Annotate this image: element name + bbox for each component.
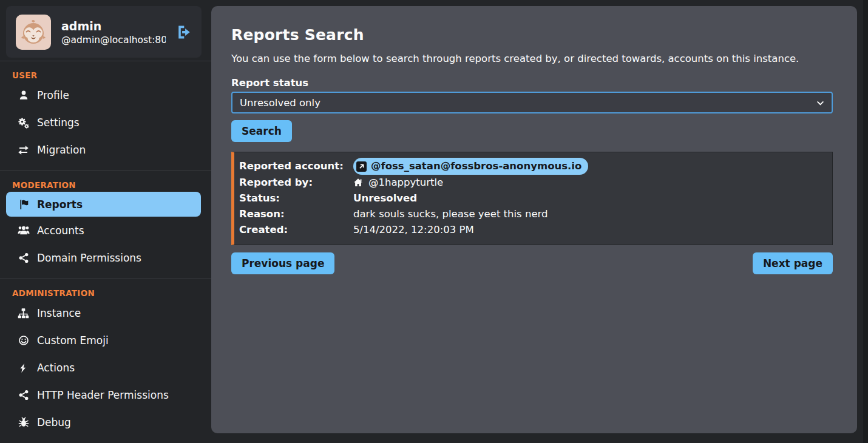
- sidebar-item-reports[interactable]: Reports: [6, 192, 201, 217]
- sidebar-item-label: Accounts: [37, 225, 84, 237]
- gears-icon: [16, 117, 30, 129]
- sidebar-item-domain-permissions[interactable]: Domain Permissions: [6, 245, 201, 271]
- reporter-handle: @1happyturtle: [368, 175, 443, 191]
- sidebar-item-settings[interactable]: Settings: [6, 109, 201, 136]
- sidebar-item-label: Instance: [37, 307, 81, 319]
- flag-icon: [16, 199, 30, 210]
- report-card[interactable]: Reported account: @foss_satan@fossbros-a…: [231, 152, 833, 245]
- user-meta: admin @admin@localhost:80...: [61, 18, 166, 46]
- users-icon: [16, 225, 30, 237]
- page-description: You can use the form below to search thr…: [231, 53, 833, 64]
- report-status-value: Unresolved: [353, 191, 825, 206]
- sidebar-item-migration[interactable]: Migration: [6, 137, 201, 163]
- sidebar-item-label: Actions: [37, 362, 75, 374]
- section-label-user: USER: [12, 70, 211, 80]
- user-name: admin: [61, 18, 166, 35]
- sidebar-item-label: Profile: [37, 89, 69, 101]
- search-button[interactable]: Search: [231, 120, 292, 142]
- sidebar-item-accounts[interactable]: Accounts: [6, 217, 201, 244]
- share-nodes-icon: [16, 252, 30, 263]
- sidebar-item-label: Custom Emoji: [37, 334, 109, 347]
- section-label-moderation: MODERATION: [12, 180, 211, 190]
- report-created-value: 5/14/2022, 12:20:03 PM: [353, 222, 825, 238]
- divider: [0, 171, 211, 171]
- sitemap-icon: [16, 308, 30, 319]
- sidebar: admin @admin@localhost:80... USER Profil…: [0, 0, 211, 443]
- sidebar-item-profile[interactable]: Profile: [6, 82, 201, 109]
- report-row-label: Reported account:: [239, 158, 353, 174]
- sidebar-item-label: Settings: [37, 117, 80, 129]
- sidebar-item-label: HTTP Header Permissions: [37, 389, 169, 401]
- report-row-label: Status:: [239, 191, 353, 206]
- report-row-label: Reason:: [239, 206, 353, 222]
- report-status-selected-value: Unresolved only: [240, 97, 320, 109]
- sloth-avatar: [16, 15, 51, 50]
- house-icon: [353, 178, 363, 188]
- next-page-button[interactable]: Next page: [753, 252, 833, 274]
- divider: [0, 61, 211, 61]
- sidebar-item-label: Migration: [37, 144, 86, 156]
- main-panel: Reports Search You can use the form belo…: [211, 6, 857, 433]
- reported-account-handle: @foss_satan@fossbros-anonymous.io: [371, 158, 581, 174]
- sidebar-item-custom-emoji[interactable]: Custom Emoji: [6, 327, 201, 354]
- divider: [0, 279, 211, 279]
- report-status-label: Report status: [231, 77, 833, 89]
- sidebar-item-label: Reports: [37, 198, 83, 211]
- section-label-administration: ADMINISTRATION: [12, 288, 211, 298]
- report-row-label: Reported by:: [239, 175, 353, 191]
- swap-arrows-icon: [16, 144, 30, 156]
- report-row-label: Created:: [239, 222, 353, 238]
- sidebar-item-label: Domain Permissions: [37, 252, 141, 264]
- page-title: Reports Search: [231, 26, 833, 44]
- user-card[interactable]: admin @admin@localhost:80...: [6, 6, 202, 58]
- chevron-down-icon: [816, 100, 824, 106]
- bolt-icon: [16, 363, 30, 373]
- sidebar-item-instance[interactable]: Instance: [6, 300, 201, 326]
- sidebar-item-label: Debug: [37, 416, 71, 428]
- sign-out-icon[interactable]: [176, 24, 192, 40]
- user-handle: @admin@localhost:80...: [61, 35, 166, 46]
- scrollbar-track[interactable]: [863, 0, 868, 443]
- user-icon: [16, 90, 30, 101]
- smiley-icon: [16, 335, 30, 346]
- pagination: Previous page Next page: [231, 252, 833, 274]
- sidebar-item-http-header-permissions[interactable]: HTTP Header Permissions: [6, 382, 201, 408]
- external-link-icon: [356, 161, 367, 172]
- sidebar-item-debug[interactable]: Debug: [6, 409, 201, 436]
- report-reason-value: dark souls sucks, please yeet this nerd: [353, 206, 825, 222]
- share-nodes-icon: [16, 390, 30, 401]
- sidebar-item-actions[interactable]: Actions: [6, 354, 201, 381]
- previous-page-button[interactable]: Previous page: [231, 252, 334, 274]
- bug-icon: [16, 417, 30, 428]
- reported-account-link[interactable]: @foss_satan@fossbros-anonymous.io: [353, 158, 588, 175]
- report-status-select[interactable]: Unresolved only: [231, 92, 833, 113]
